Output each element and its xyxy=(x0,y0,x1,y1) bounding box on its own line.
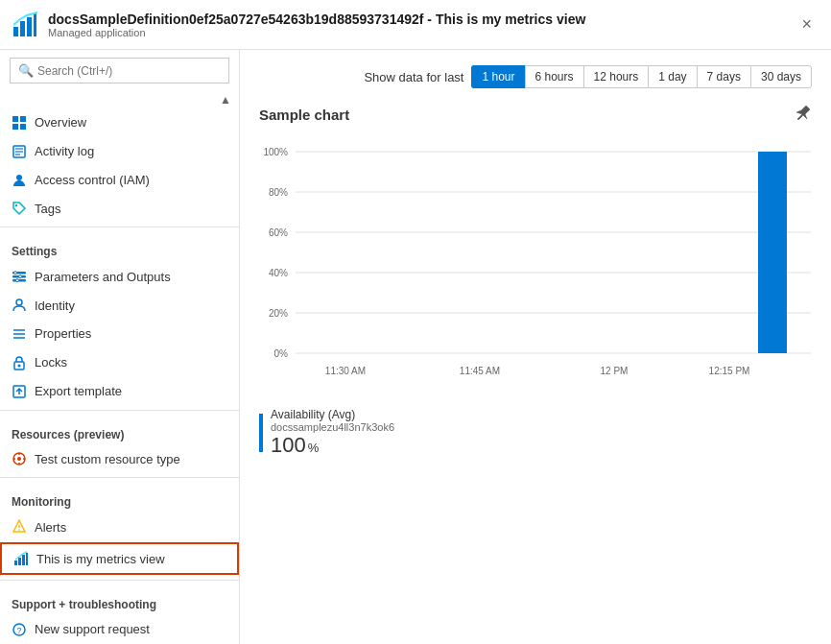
svg-point-19 xyxy=(16,279,19,282)
sidebar-item-properties[interactable]: Properties xyxy=(0,320,239,348)
legend-unit: % xyxy=(308,441,320,455)
time-btn-30days[interactable]: 30 days xyxy=(750,65,812,88)
main-content: Show data for last 1 hour 6 hours 12 hou… xyxy=(240,50,831,644)
sidebar-collapse-button[interactable]: ▲ xyxy=(220,93,231,107)
svg-point-17 xyxy=(14,272,17,274)
section-label-monitoring: Monitoring xyxy=(0,486,239,513)
svg-text:100%: 100% xyxy=(263,147,288,157)
svg-rect-5 xyxy=(20,116,26,122)
svg-rect-35 xyxy=(14,561,17,565)
svg-rect-36 xyxy=(18,558,21,565)
svg-rect-7 xyxy=(20,124,26,130)
svg-point-25 xyxy=(18,364,21,367)
sidebar-item-overview[interactable]: Overview xyxy=(0,108,239,137)
log-icon xyxy=(12,144,27,159)
svg-point-18 xyxy=(19,275,22,278)
svg-rect-57 xyxy=(758,152,787,353)
params-icon xyxy=(12,269,27,284)
svg-point-20 xyxy=(16,299,22,305)
svg-text:40%: 40% xyxy=(269,268,288,278)
svg-text:12:15 PM: 12:15 PM xyxy=(709,366,750,376)
time-filter-bar: Show data for last 1 hour 6 hours 12 hou… xyxy=(259,65,812,88)
svg-rect-4 xyxy=(12,116,18,122)
svg-text:0%: 0% xyxy=(274,348,289,359)
title-bar: docsSampleDefinition0ef25a0727e54263b19d… xyxy=(0,0,831,50)
sidebar-item-metrics[interactable]: This is my metrics view xyxy=(0,542,239,575)
svg-text:?: ? xyxy=(17,626,22,635)
app-icon xyxy=(12,12,38,38)
svg-rect-3 xyxy=(34,13,36,36)
svg-text:60%: 60% xyxy=(269,227,288,238)
legend-title: Availability (Avg) xyxy=(271,408,394,421)
export-icon xyxy=(12,384,27,399)
section-label-support: Support + troubleshooting xyxy=(0,588,239,615)
time-btn-12hours[interactable]: 12 hours xyxy=(583,65,649,88)
grid-icon xyxy=(12,115,27,131)
tag-icon xyxy=(12,201,27,216)
sidebar: 🔍 ▲ Overview Activity log Access control… xyxy=(0,50,240,644)
close-button[interactable]: × xyxy=(794,11,819,38)
sidebar-item-locks[interactable]: Locks xyxy=(0,348,239,377)
lock-icon xyxy=(12,355,27,370)
alerts-icon xyxy=(12,519,27,535)
metrics-icon xyxy=(13,551,29,566)
sidebar-item-support[interactable]: ? New support request xyxy=(0,615,239,644)
svg-point-13 xyxy=(15,204,17,206)
svg-point-28 xyxy=(17,457,21,461)
sidebar-item-iam[interactable]: Access control (IAM) xyxy=(0,166,239,195)
time-btn-6hours[interactable]: 6 hours xyxy=(525,65,583,88)
svg-rect-38 xyxy=(26,553,28,565)
svg-text:11:45 AM: 11:45 AM xyxy=(460,366,500,376)
svg-rect-0 xyxy=(13,27,18,36)
svg-text:80%: 80% xyxy=(269,187,288,198)
sidebar-item-alerts[interactable]: Alerts xyxy=(0,513,239,541)
legend-color-bar xyxy=(259,414,263,452)
sidebar-item-export[interactable]: Export template xyxy=(0,377,239,406)
svg-point-34 xyxy=(18,530,20,532)
time-btn-1day[interactable]: 1 day xyxy=(648,65,696,88)
page-subtitle: Managed application xyxy=(48,27,585,38)
svg-rect-6 xyxy=(12,124,18,130)
sidebar-item-activity-log[interactable]: Activity log xyxy=(0,137,239,166)
sidebar-item-tags[interactable]: Tags xyxy=(0,195,239,224)
sidebar-item-params[interactable]: Parameters and Outputs xyxy=(0,262,239,291)
svg-rect-37 xyxy=(22,555,25,565)
svg-point-12 xyxy=(16,175,22,180)
support-icon: ? xyxy=(12,622,27,637)
section-label-settings: Settings xyxy=(0,235,239,262)
pin-button[interactable] xyxy=(795,104,812,125)
chart-title-row: Sample chart xyxy=(259,104,812,125)
time-btn-1hour[interactable]: 1 hour xyxy=(471,65,524,88)
time-btn-7days[interactable]: 7 days xyxy=(697,65,750,88)
section-label-resources: Resources (preview) xyxy=(0,418,239,445)
svg-text:12 PM: 12 PM xyxy=(601,366,629,376)
search-icon: 🔍 xyxy=(18,63,34,78)
chart-area: 100% 80% 60% 40% 20% 0% 11:30 AM 11:45 A… xyxy=(259,136,812,398)
svg-rect-2 xyxy=(27,17,32,36)
svg-text:11:30 AM: 11:30 AM xyxy=(325,366,366,376)
properties-icon xyxy=(12,326,27,342)
sidebar-item-test-custom[interactable]: Test custom resource type xyxy=(0,445,239,474)
search-input[interactable] xyxy=(37,64,221,78)
person-icon xyxy=(12,173,27,188)
legend-value: 100 xyxy=(271,433,306,458)
sidebar-item-identity[interactable]: Identity xyxy=(0,291,239,320)
legend-subtitle: docssamplezu4ll3n7k3ok6 xyxy=(271,421,394,433)
custom-resource-icon xyxy=(12,451,27,466)
chart-legend: Availability (Avg) docssamplezu4ll3n7k3o… xyxy=(259,408,812,458)
time-filter-label: Show data for last xyxy=(364,70,463,84)
identity-icon xyxy=(12,298,27,313)
svg-text:20%: 20% xyxy=(269,308,288,319)
chart-svg: 100% 80% 60% 40% 20% 0% 11:30 AM 11:45 A… xyxy=(259,136,816,395)
svg-rect-1 xyxy=(20,21,25,36)
chart-title: Sample chart xyxy=(259,107,349,123)
page-title: docsSampleDefinition0ef25a0727e54263b19d… xyxy=(48,12,585,27)
